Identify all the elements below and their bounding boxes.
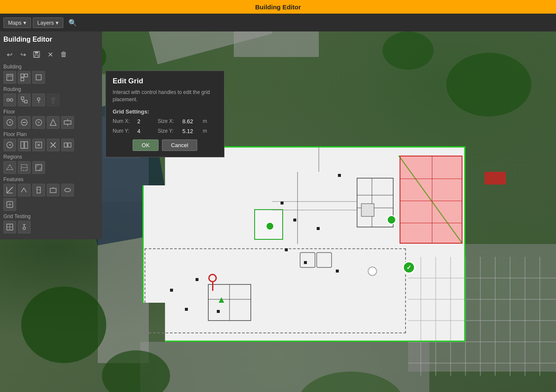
fp-icon-5[interactable]: [61, 139, 74, 151]
num-x-value: 2: [137, 118, 154, 125]
svg-rect-34: [10, 75, 12, 77]
panel-title: Building Editor: [3, 36, 99, 43]
main-toolbar-row: ↩ ↪ ✕ 🗑: [3, 48, 99, 61]
tree-cluster-4: [21, 287, 106, 363]
features-section-label: Features: [3, 176, 99, 182]
size-x-unit: m: [203, 118, 207, 124]
svg-marker-72: [7, 165, 13, 170]
floor-section-label: Floor: [3, 109, 99, 115]
svg-line-81: [21, 188, 24, 192]
region-icon-3[interactable]: [32, 161, 45, 174]
grid-line-h2: [400, 201, 462, 201]
search-button[interactable]: 🔍: [65, 17, 80, 28]
toolbar: Maps ▾ Layers ▾ 🔍: [0, 14, 556, 31]
svg-rect-43: [25, 100, 27, 103]
building-icon-2[interactable]: [18, 71, 31, 84]
floor-icon-3[interactable]: +: [32, 116, 45, 129]
svg-point-39: [7, 99, 9, 101]
building-section-label: Building: [3, 64, 99, 70]
green-arrow-marker: ▲: [217, 294, 226, 305]
delete-button[interactable]: 🗑: [58, 48, 70, 60]
features-icons: [3, 184, 99, 196]
floor-icon-4[interactable]: [47, 116, 60, 129]
building-icon-3[interactable]: [32, 71, 45, 84]
routing-icon-2[interactable]: [18, 94, 31, 106]
settings-row-y: Num Y: 4 Size Y: 5.12 m: [113, 128, 217, 134]
svg-rect-75: [36, 165, 42, 170]
svg-rect-37: [21, 78, 24, 81]
title-bar: Building Editor: [0, 0, 556, 14]
building-icon-1[interactable]: [3, 71, 16, 84]
green-marker-2: [387, 215, 396, 224]
floor-dot-2: [281, 202, 284, 205]
svg-point-46: [37, 98, 40, 100]
dashed-outline: [145, 248, 406, 333]
num-x-label: Num X:: [113, 118, 134, 124]
fp-icon-4[interactable]: [47, 139, 60, 151]
undo-button[interactable]: ↩: [3, 48, 15, 60]
svg-marker-56: [50, 119, 56, 125]
dialog-title: Edit Grid: [113, 77, 217, 85]
features-icons-2: [3, 198, 99, 211]
maps-dropdown-icon: ▾: [23, 20, 26, 26]
gt-icon-1[interactable]: [3, 221, 16, 233]
redo-button[interactable]: ↪: [17, 48, 29, 60]
routing-icon-4[interactable]: [47, 94, 60, 106]
svg-text:+: +: [9, 142, 11, 148]
layers-button[interactable]: Layers ▾: [33, 17, 63, 28]
routing-icon-3[interactable]: [32, 94, 45, 106]
regions-icons: [3, 161, 99, 174]
size-y-unit: m: [203, 128, 207, 134]
svg-point-47: [52, 98, 54, 100]
num-y-label: Num Y:: [113, 128, 134, 134]
svg-rect-69: [64, 143, 67, 147]
feat-icon-2[interactable]: [18, 184, 31, 196]
svg-rect-57: [64, 121, 71, 124]
feat-icon-1[interactable]: [3, 184, 16, 196]
ok-button[interactable]: OK: [133, 139, 159, 151]
tree-cluster-1: [446, 53, 531, 116]
discard-button[interactable]: ✕: [44, 48, 56, 60]
floor-icon-1[interactable]: +: [3, 116, 16, 129]
building-icons: [3, 71, 99, 84]
floor-icon-5[interactable]: [61, 116, 74, 129]
floor-dot-7: [336, 270, 339, 273]
grid-line-h1: [400, 179, 462, 179]
size-y-label: Size Y:: [158, 128, 179, 134]
feat-icon-6[interactable]: [3, 198, 16, 211]
svg-rect-63: [25, 142, 28, 148]
floor-icon-2[interactable]: [18, 116, 31, 129]
svg-rect-35: [21, 74, 24, 77]
svg-line-78: [7, 187, 13, 193]
grid-testing-section-label: Grid Testing: [3, 213, 99, 219]
svg-rect-36: [25, 74, 28, 77]
feat-icon-5[interactable]: [61, 184, 74, 196]
checkmark-badge: ✓: [403, 261, 415, 274]
floorplan-section-label: Floor Plan: [3, 131, 99, 137]
svg-line-82: [24, 188, 26, 192]
region-icon-2[interactable]: [18, 161, 31, 174]
tree-cluster-2: [383, 31, 434, 70]
left-panel: Building Editor ↩ ↪ ✕ 🗑 Building Rout: [0, 31, 102, 239]
fp-icon-2[interactable]: [18, 139, 31, 151]
region-icon-1[interactable]: [3, 161, 16, 174]
maps-button[interactable]: Maps ▾: [3, 17, 31, 28]
cancel-button[interactable]: Cancel: [162, 139, 197, 151]
fp-icon-1[interactable]: +: [3, 139, 16, 151]
fp-icon-3[interactable]: [32, 139, 45, 151]
svg-rect-42: [21, 97, 24, 99]
floor-dot-8: [196, 278, 199, 281]
floor-icons: + +: [3, 116, 99, 129]
save-button[interactable]: [31, 48, 43, 60]
grid-settings-label: Grid Settings:: [113, 108, 217, 115]
feat-icon-4[interactable]: [47, 184, 60, 196]
size-x-label: Size X:: [158, 118, 179, 124]
gt-icon-2[interactable]: [18, 221, 31, 233]
floor-dot-1: [338, 174, 341, 177]
routing-icon-1[interactable]: [3, 94, 16, 106]
svg-point-87: [65, 188, 71, 192]
feat-icon-3[interactable]: [32, 184, 45, 196]
floor-dot-6: [304, 261, 307, 264]
regions-section-label: Regions: [3, 154, 99, 160]
grid-line-h3: [400, 223, 462, 223]
